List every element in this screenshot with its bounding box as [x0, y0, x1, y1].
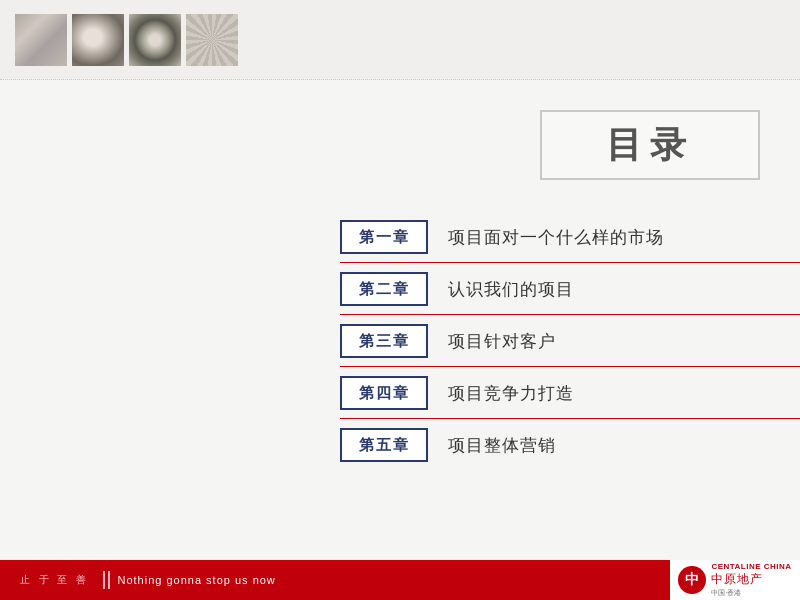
thumbnail-2 [72, 14, 124, 66]
title-box: 目录 [540, 110, 760, 180]
toc-container: 第一章 项目面对一个什么样的市场 第二章 认识我们的项目 第三章 项目针对客户 … [340, 220, 800, 480]
logo-name-en: CENTALINE CHINA [711, 562, 791, 571]
logo-name-cn: 中原地产 [711, 571, 763, 588]
logo-icon-text: 中 [685, 571, 699, 589]
toc-row-2: 第二章 认识我们的项目 [340, 272, 800, 306]
logo-icon: 中 [678, 566, 706, 594]
footer: 止 于 至 善 Nothing gonna stop us now 中 CENT… [0, 560, 800, 600]
vline-1 [103, 571, 105, 589]
chapter-desc-3: 项目针对客户 [448, 330, 556, 353]
footer-chinese-slogan: 止 于 至 善 [20, 573, 89, 587]
chapter-tag-5[interactable]: 第五章 [340, 428, 428, 462]
thumbnail-4 [186, 14, 238, 66]
thumbnail-1 [15, 14, 67, 66]
footer-logo: 中 CENTALINE CHINA 中原地产 中国·香港 [670, 560, 800, 600]
toc-row-1: 第一章 项目面对一个什么样的市场 [340, 220, 800, 254]
footer-dividers [103, 571, 110, 589]
footer-left: 止 于 至 善 Nothing gonna stop us now [0, 571, 670, 589]
chapter-tag-2[interactable]: 第二章 [340, 272, 428, 306]
chapter-desc-1: 项目面对一个什么样的市场 [448, 226, 664, 249]
logo-text-block: CENTALINE CHINA 中原地产 中国·香港 [711, 562, 791, 598]
toc-row-3: 第三章 项目针对客户 [340, 324, 800, 358]
page-title: 目录 [606, 121, 694, 170]
logo-tagline: 中国·香港 [711, 588, 741, 598]
chapter-tag-1[interactable]: 第一章 [340, 220, 428, 254]
vline-2 [108, 571, 110, 589]
footer-english-slogan: Nothing gonna stop us now [118, 574, 276, 586]
chapter-tag-4[interactable]: 第四章 [340, 376, 428, 410]
thumbnail-3 [129, 14, 181, 66]
header [0, 0, 800, 80]
chapter-desc-2: 认识我们的项目 [448, 278, 574, 301]
chapter-desc-4: 项目竞争力打造 [448, 382, 574, 405]
chapter-desc-5: 项目整体营销 [448, 434, 556, 457]
chapter-tag-3[interactable]: 第三章 [340, 324, 428, 358]
toc-row-5: 第五章 项目整体营销 [340, 428, 800, 462]
toc-row-4: 第四章 项目竞争力打造 [340, 376, 800, 410]
